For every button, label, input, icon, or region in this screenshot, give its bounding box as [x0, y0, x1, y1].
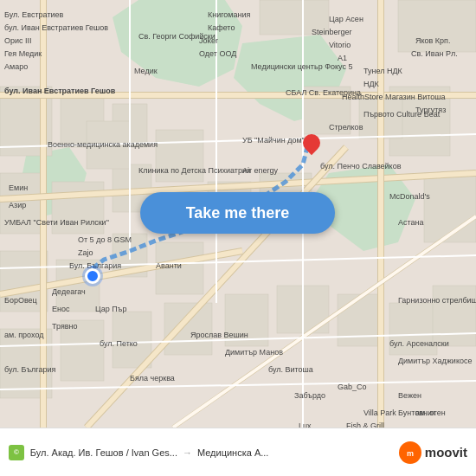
svg-text:ам. проход: ам. проход — [4, 331, 44, 339]
svg-text:Цар Асен: Цар Асен — [329, 15, 363, 23]
svg-text:Вежен: Вежен — [398, 391, 421, 400]
svg-text:Медицински центьр Фокус 5: Медицински центьр Фокус 5 — [251, 62, 352, 71]
svg-text:Орис III: Орис III — [4, 36, 32, 45]
svg-text:Книгомания: Книгомания — [208, 10, 251, 19]
svg-text:Астана: Астана — [398, 218, 424, 227]
svg-text:m: m — [407, 449, 414, 458]
svg-text:Димитър Манов: Димитър Манов — [225, 348, 283, 357]
svg-text:Fish & Grill: Fish & Grill — [346, 421, 384, 428]
svg-text:Стрелков: Стрелков — [329, 123, 363, 132]
svg-text:Гея Медик: Гея Медик — [4, 49, 42, 58]
svg-text:Емин: Емин — [9, 183, 28, 192]
svg-text:McDonald's: McDonald's — [389, 192, 430, 201]
svg-text:Енос: Енос — [52, 305, 70, 313]
svg-text:УБ "Майчин дом": УБ "Майчин дом" — [242, 136, 305, 145]
osm-icon: © — [9, 445, 24, 460]
svg-text:Яков Крп.: Яков Крп. — [415, 36, 450, 45]
svg-text:Забърдо: Забърдо — [294, 391, 325, 400]
svg-text:Кафето: Кафето — [208, 23, 235, 32]
svg-text:Амаро: Амаро — [4, 62, 28, 71]
svg-text:бул. Арсеналски: бул. Арсеналски — [389, 339, 449, 348]
bottom-left-text: Бул. Акад. Ив. Гешов / Ivan Ges... — [30, 447, 177, 458]
svg-text:Villa Park: Villa Park — [363, 408, 396, 417]
svg-text:Св. Иван Рл.: Св. Иван Рл. — [411, 49, 458, 58]
svg-text:Дедеагач: Дедеагач — [52, 287, 86, 296]
svg-text:Тунел НДК: Тунел НДК — [363, 67, 403, 75]
svg-text:Аванти: Аванти — [156, 261, 182, 270]
svg-text:бул. Витоша: бул. Витоша — [268, 365, 313, 374]
current-location-marker — [85, 268, 100, 284]
openstreetmap-logo: © — [9, 445, 30, 460]
svg-text:Военно-медицинска академия: Военно-медицинска академия — [48, 140, 158, 149]
svg-text:Steinberger: Steinberger — [312, 28, 352, 36]
svg-text:Zajo: Zajo — [78, 248, 93, 257]
take-me-there-button[interactable]: Take me there — [140, 192, 335, 234]
svg-text:УМБАЛ "Свети Иван Рилски": УМБАЛ "Свети Иван Рилски" — [4, 218, 109, 227]
svg-text:бул. Петко: бул. Петко — [100, 339, 138, 348]
svg-text:От 5 до 8 GSM: От 5 до 8 GSM — [78, 235, 132, 244]
bottom-bar: © Бул. Акад. Ив. Гешов / Ivan Ges... → М… — [0, 428, 476, 476]
svg-text:Клиника по Детска Психиатрия: Клиника по Детска Психиатрия — [138, 166, 251, 175]
svg-text:Азир: Азир — [9, 201, 26, 209]
destination-marker — [303, 134, 320, 157]
bottom-separator: → — [183, 447, 192, 458]
svg-text:Air energy: Air energy — [242, 166, 279, 175]
svg-text:БорОвец: БорОвец — [4, 296, 37, 305]
svg-rect-18 — [164, 303, 212, 355]
svg-text:бул. Иван Евстратиев Гешов: бул. Иван Евстратиев Гешов — [4, 23, 108, 32]
svg-text:Тургутяз: Тургутяз — [415, 106, 446, 114]
svg-text:НДК: НДК — [363, 80, 380, 88]
svg-text:Бяла черква: Бяла черква — [130, 374, 175, 383]
svg-text:Gab_Co: Gab_Co — [338, 383, 367, 391]
moovit-icon: m — [399, 441, 421, 464]
bottom-left-section: © Бул. Акад. Ив. Гешов / Ivan Ges... → М… — [9, 445, 399, 460]
svg-text:бул. Пенчо Славейков: бул. Пенчо Славейков — [320, 162, 402, 170]
moovit-brand-text: moovit — [425, 445, 467, 460]
moovit-logo: m moovit — [399, 441, 467, 464]
svg-text:Трявно: Трявно — [52, 322, 78, 331]
svg-text:Бул. Евстратиев: Бул. Евстратиев — [4, 10, 64, 19]
svg-text:HealthStore Магазин Витоша: HealthStore Магазин Витоша — [342, 93, 446, 101]
svg-text:Ярослав Вешин: Ярослав Вешин — [190, 331, 248, 339]
svg-text:Медик: Медик — [134, 67, 158, 75]
svg-text:Lux: Lux — [299, 421, 312, 428]
svg-rect-21 — [338, 294, 381, 346]
svg-text:бул. България: бул. България — [4, 365, 55, 374]
svg-text:Vitorio: Vitorio — [329, 41, 351, 49]
svg-text:Димитър Хаджикосе: Димитър Хаджикосе — [398, 357, 472, 365]
svg-text:бул. Иван Евстратиев Гешов: бул. Иван Евстратиев Гешов — [4, 87, 116, 95]
map-container: бул. Иван Евстратиев Гешов Св. Георги Со… — [0, 0, 476, 428]
svg-text:Гарнизонно стрелбище: Гарнизонно стрелбище — [398, 296, 476, 305]
svg-text:ам. стен: ам. стен — [415, 408, 446, 417]
svg-text:Одет ООД: Одет ООД — [199, 49, 236, 58]
svg-text:A1: A1 — [338, 54, 347, 62]
bottom-right-text: Медицинска А... — [197, 447, 268, 458]
svg-rect-23 — [433, 286, 476, 346]
svg-text:Цар Пър: Цар Пър — [95, 305, 126, 313]
svg-text:Joker: Joker — [199, 36, 218, 45]
